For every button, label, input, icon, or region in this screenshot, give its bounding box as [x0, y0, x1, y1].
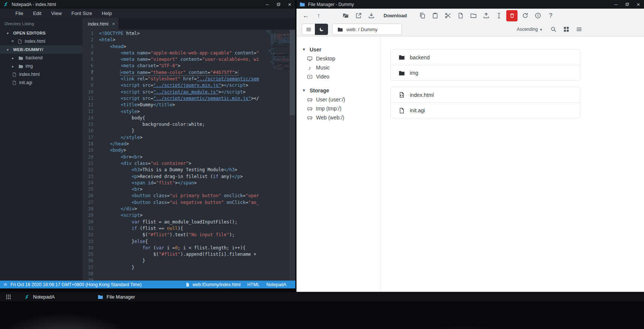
- code-line[interactable]: 10 <script src="../script/ao_module.js">…: [83, 89, 265, 95]
- workspace-section[interactable]: ▾ WEB:/DUMMY/: [0, 45, 83, 54]
- file-row-backend[interactable]: backend: [391, 50, 580, 65]
- filemanager-titlebar[interactable]: File Manager - Dummy ─ ×: [296, 0, 644, 9]
- sidebar-item-tmp-drive[interactable]: tmp (tmp:/): [296, 104, 381, 113]
- cut-button[interactable]: [441, 10, 454, 21]
- sidebar-item-desktop[interactable]: Desktop: [296, 54, 381, 63]
- code-line[interactable]: 25 <br>: [83, 186, 265, 193]
- status-language[interactable]: HTML: [247, 282, 260, 287]
- close-button[interactable]: ×: [633, 0, 644, 9]
- search-button[interactable]: [547, 24, 560, 35]
- sidebar-item-user-drive[interactable]: User (user:/): [296, 95, 381, 104]
- menu-font-size[interactable]: Font Size: [66, 9, 97, 18]
- code-line[interactable]: 21 <div class="ui container">: [83, 160, 265, 167]
- copy-button[interactable]: [416, 10, 429, 21]
- code-line[interactable]: 19 <body>: [83, 147, 265, 154]
- open-editors-section[interactable]: ▾ OPEN EDITORS: [0, 29, 83, 37]
- grid-view-button[interactable]: [560, 24, 573, 35]
- code-line[interactable]: 12 <title>Dummy</title>: [83, 102, 265, 108]
- sidebar-section-user[interactable]: ▾ User: [296, 45, 381, 54]
- sidebar-section-storage[interactable]: ▾ Storage: [296, 86, 381, 95]
- minimize-button[interactable]: ─: [610, 0, 621, 9]
- restore-button[interactable]: [273, 0, 284, 9]
- code-line[interactable]: 34 for (var i =0; i < flist.length; i++)…: [83, 245, 265, 251]
- code-line[interactable]: 23 <p>Received drag-in filelist (if any)…: [83, 174, 265, 180]
- list-view-button[interactable]: [573, 24, 585, 35]
- code-line[interactable]: 6 <meta charset="UTF-8">: [83, 63, 265, 69]
- code-line[interactable]: 14 body{: [83, 115, 265, 121]
- download-label[interactable]: Download: [384, 13, 407, 18]
- code-line[interactable]: 27 <button class="ui negative button" on…: [83, 199, 265, 206]
- code-line[interactable]: 11 <script src="../script/semantic/seman…: [83, 95, 265, 102]
- code-line[interactable]: 29 <script>: [83, 212, 265, 219]
- file-row-img[interactable]: img: [391, 65, 580, 80]
- sidebar-item-web-drive[interactable]: Web (web:/): [296, 113, 381, 122]
- code-line[interactable]: 35 $("#flist").append(flist[i].filename …: [83, 251, 265, 258]
- scrollbar-thumb[interactable]: [290, 30, 295, 115]
- open-editor-item[interactable]: × index.html: [0, 37, 83, 45]
- code-line[interactable]: 1<!DOCTYPE html>: [83, 30, 265, 37]
- help-button[interactable]: ?: [544, 10, 557, 21]
- code-line[interactable]: 20 <br><br>: [83, 154, 265, 160]
- new-file-button[interactable]: [454, 10, 467, 21]
- code-line[interactable]: 26 <button class="ui primary button" onc…: [83, 193, 265, 199]
- code-line[interactable]: 36 }: [83, 258, 265, 264]
- apps-grid-button[interactable]: [0, 292, 17, 302]
- code-line[interactable]: 3 <head>: [83, 44, 265, 50]
- code-line[interactable]: 33 }else{: [83, 238, 265, 245]
- breadcrumb[interactable]: web: / Dummy: [332, 24, 402, 35]
- code-line[interactable]: 4 <meta name="apple-mobile-web-app-capab…: [83, 50, 265, 56]
- tab-close-icon[interactable]: ×: [112, 21, 115, 27]
- file-row-index-html[interactable]: index.html: [391, 87, 580, 103]
- code-line[interactable]: 31 if (flist == null){: [83, 225, 265, 232]
- code-line[interactable]: 32 $("#flist").text("No input file");: [83, 232, 265, 238]
- code-line[interactable]: 30 var flist = ao_module_loadInputFiles(…: [83, 219, 265, 225]
- menu-help[interactable]: Help: [97, 9, 117, 18]
- delete-button[interactable]: [506, 10, 518, 21]
- code-line[interactable]: 24 <span id="flist"></span>: [83, 180, 265, 186]
- upload-button[interactable]: [480, 10, 492, 21]
- code-line[interactable]: 39: [83, 277, 265, 281]
- code-line[interactable]: 22 <h3>This is a Dummy Testing Module</h…: [83, 167, 265, 173]
- code-line[interactable]: 8 <link rel="stylesheet" href="../script…: [83, 76, 265, 82]
- tree-item-img[interactable]: ▸ img: [0, 62, 83, 70]
- breadcrumb-path[interactable]: web: / Dummy: [346, 27, 378, 32]
- minimize-button[interactable]: ─: [262, 0, 273, 9]
- status-filepath[interactable]: web:/Dummy/index.html: [193, 282, 241, 287]
- code-line[interactable]: 7 <meta name="theme-color" content="#4b7…: [83, 69, 265, 76]
- code-line[interactable]: 16 }: [83, 128, 265, 134]
- open-in-new-window-button[interactable]: [352, 10, 365, 21]
- sort-dropdown[interactable]: Ascending ▾: [517, 27, 542, 32]
- tab-index-html[interactable]: index.html ×: [83, 18, 119, 30]
- code-line[interactable]: 38: [83, 271, 265, 277]
- code-line[interactable]: 28 </div>: [83, 206, 265, 212]
- minimap[interactable]: <!DOCTYPE html><html> <head> <meta name=…: [266, 30, 289, 74]
- back-button[interactable]: ←: [299, 10, 312, 21]
- rename-button[interactable]: [492, 10, 505, 21]
- download-button[interactable]: [365, 10, 378, 21]
- restore-button[interactable]: [621, 0, 633, 9]
- code-line[interactable]: 5 <meta name="viewport" content="user-sc…: [83, 56, 265, 63]
- code-line[interactable]: 37 }: [83, 264, 265, 271]
- paste-button[interactable]: [429, 10, 441, 21]
- code-line[interactable]: 15 background-color:white;: [83, 121, 265, 128]
- close-button[interactable]: ×: [284, 0, 295, 9]
- code-editor[interactable]: 1<!DOCTYPE html>2<html>3 <head>4 <meta n…: [83, 30, 295, 281]
- code-line[interactable]: 2<html>: [83, 37, 265, 43]
- open-folder-button[interactable]: [339, 10, 352, 21]
- code-line[interactable]: 9 <script src="../script/jquery.min.js">…: [83, 82, 265, 89]
- code-line[interactable]: 18 </head>: [83, 141, 265, 147]
- tree-item-index-html[interactable]: index.html: [0, 70, 83, 78]
- code-area[interactable]: 1<!DOCTYPE html>2<html>3 <head>4 <meta n…: [83, 30, 265, 281]
- up-button[interactable]: ↑: [312, 10, 325, 21]
- notepada-titlebar[interactable]: NotepadA - index.html ─ ×: [0, 0, 295, 9]
- menu-file[interactable]: File: [11, 9, 28, 18]
- code-line[interactable]: 17 </style>: [83, 134, 265, 141]
- menu-view[interactable]: View: [46, 9, 66, 18]
- code-line[interactable]: 13 <style>: [83, 109, 265, 115]
- tree-item-backend[interactable]: ▸ backend: [0, 54, 83, 62]
- sidebar-item-video[interactable]: Video: [296, 72, 381, 81]
- menu-edit[interactable]: Edit: [28, 9, 46, 18]
- taskbar-item-filemanager[interactable]: File Manager: [90, 292, 150, 302]
- info-button[interactable]: [531, 10, 544, 21]
- refresh-button[interactable]: [519, 10, 531, 21]
